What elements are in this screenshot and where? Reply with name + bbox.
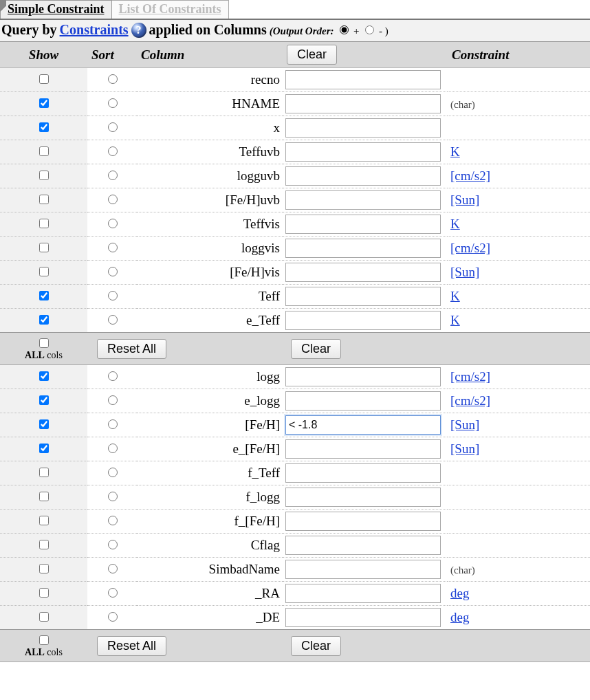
show-checkbox[interactable]	[39, 588, 49, 598]
unit-link[interactable]: deg	[450, 610, 469, 624]
show-checkbox[interactable]	[39, 243, 49, 252]
sort-radio[interactable]	[108, 371, 118, 381]
show-checkbox[interactable]	[39, 74, 49, 84]
show-checkbox[interactable]	[39, 564, 49, 573]
sort-radio[interactable]	[108, 122, 118, 132]
unit-link[interactable]: [Sun]	[450, 417, 479, 432]
show-checkbox[interactable]	[39, 492, 49, 501]
constraint-input[interactable]	[285, 415, 441, 435]
constraint-input[interactable]	[285, 239, 441, 258]
constraint-input[interactable]	[285, 70, 441, 89]
constraint-input[interactable]	[285, 190, 441, 210]
constraint-input[interactable]	[285, 488, 441, 507]
show-checkbox[interactable]	[39, 171, 49, 180]
sort-radio[interactable]	[108, 516, 118, 525]
constraint-input[interactable]	[285, 560, 441, 579]
help-icon[interactable]: ?	[131, 23, 146, 38]
unit-link[interactable]: [Sun]	[450, 265, 479, 279]
constraint-input[interactable]	[285, 311, 441, 330]
sort-radio[interactable]	[108, 468, 118, 477]
constraint-input[interactable]	[285, 263, 441, 282]
constraint-input[interactable]	[285, 215, 441, 234]
order-desc-radio[interactable]	[365, 25, 374, 34]
clear-button-2[interactable]: Clear	[291, 636, 341, 656]
order-asc-radio[interactable]	[340, 25, 349, 34]
unit-link[interactable]: deg	[450, 586, 469, 600]
sort-radio[interactable]	[108, 243, 118, 252]
show-checkbox[interactable]	[39, 419, 49, 429]
sort-radio[interactable]	[108, 267, 118, 276]
show-checkbox[interactable]	[39, 516, 49, 525]
sort-radio[interactable]	[108, 395, 118, 405]
show-checkbox[interactable]	[39, 219, 49, 228]
sort-radio[interactable]	[108, 564, 118, 573]
constraint-input[interactable]	[285, 367, 441, 386]
unit-link[interactable]: K	[450, 289, 460, 303]
column-name: HNAME	[137, 92, 283, 116]
sort-radio[interactable]	[108, 419, 118, 429]
show-checkbox[interactable]	[39, 444, 49, 453]
sort-radio[interactable]	[108, 315, 118, 325]
sort-radio[interactable]	[108, 74, 118, 84]
constraint-input[interactable]	[285, 142, 441, 162]
unit-link[interactable]: K	[450, 313, 460, 327]
sort-radio[interactable]	[108, 612, 118, 622]
sort-radio[interactable]	[108, 492, 118, 501]
constraint-input[interactable]	[285, 536, 441, 555]
unit-link[interactable]: [Sun]	[450, 441, 479, 456]
column-name: [Fe/H]	[137, 413, 283, 437]
sort-radio[interactable]	[108, 444, 118, 453]
constraint-input[interactable]	[285, 584, 441, 603]
sort-radio[interactable]	[108, 588, 118, 598]
sort-radio[interactable]	[108, 98, 118, 108]
constraint-input[interactable]	[285, 118, 441, 138]
show-checkbox[interactable]	[39, 395, 49, 405]
unit-cell: [Sun]	[448, 261, 590, 285]
constraints-link[interactable]: Constraints	[60, 22, 129, 38]
show-checkbox[interactable]	[39, 195, 49, 204]
constraint-input[interactable]	[285, 166, 441, 186]
constraint-input[interactable]	[285, 94, 441, 113]
unit-link[interactable]: K	[450, 217, 460, 231]
show-checkbox[interactable]	[39, 315, 49, 325]
clear-header-button[interactable]: Clear	[287, 45, 337, 65]
tab-list-of-constraints[interactable]: List Of Constraints	[112, 0, 229, 19]
all-cols-checkbox-1[interactable]	[39, 338, 49, 348]
show-checkbox[interactable]	[39, 98, 49, 108]
show-checkbox[interactable]	[39, 468, 49, 477]
show-checkbox[interactable]	[39, 146, 49, 156]
sort-radio[interactable]	[108, 219, 118, 228]
unit-link[interactable]: K	[450, 144, 460, 159]
show-checkbox[interactable]	[39, 122, 49, 132]
reset-all-button-2[interactable]: Reset All	[97, 636, 166, 656]
table-row: loggvis[cm/s2]	[0, 237, 590, 261]
sort-radio[interactable]	[108, 291, 118, 300]
show-checkbox[interactable]	[39, 540, 49, 549]
reset-all-button-1[interactable]: Reset All	[97, 339, 166, 359]
tab-simple-constraint[interactable]: Simple Constraint	[0, 0, 112, 19]
constraint-input[interactable]	[285, 391, 441, 411]
sort-radio[interactable]	[108, 146, 118, 156]
sort-radio[interactable]	[108, 540, 118, 549]
table-row: logg[cm/s2]	[0, 365, 590, 389]
unit-link[interactable]: [cm/s2]	[450, 168, 490, 183]
sort-radio[interactable]	[108, 195, 118, 204]
all-cols-checkbox-2[interactable]	[39, 635, 49, 645]
unit-link[interactable]: [cm/s2]	[450, 393, 490, 408]
constraint-input[interactable]	[285, 608, 441, 627]
unit-link[interactable]: [cm/s2]	[450, 241, 490, 255]
constraint-input[interactable]	[285, 439, 441, 459]
unit-link[interactable]: [cm/s2]	[450, 369, 490, 384]
sort-radio[interactable]	[108, 171, 118, 180]
show-checkbox[interactable]	[39, 291, 49, 300]
clear-button-1[interactable]: Clear	[291, 339, 341, 359]
unit-cell: (char)	[448, 558, 590, 582]
constraint-input[interactable]	[285, 463, 441, 483]
show-checkbox[interactable]	[39, 267, 49, 276]
constraint-input[interactable]	[285, 287, 441, 306]
unit-link[interactable]: [Sun]	[450, 193, 479, 207]
constraint-input[interactable]	[285, 512, 441, 531]
show-checkbox[interactable]	[39, 371, 49, 381]
column-name: e_logg	[137, 389, 283, 413]
show-checkbox[interactable]	[39, 612, 49, 622]
